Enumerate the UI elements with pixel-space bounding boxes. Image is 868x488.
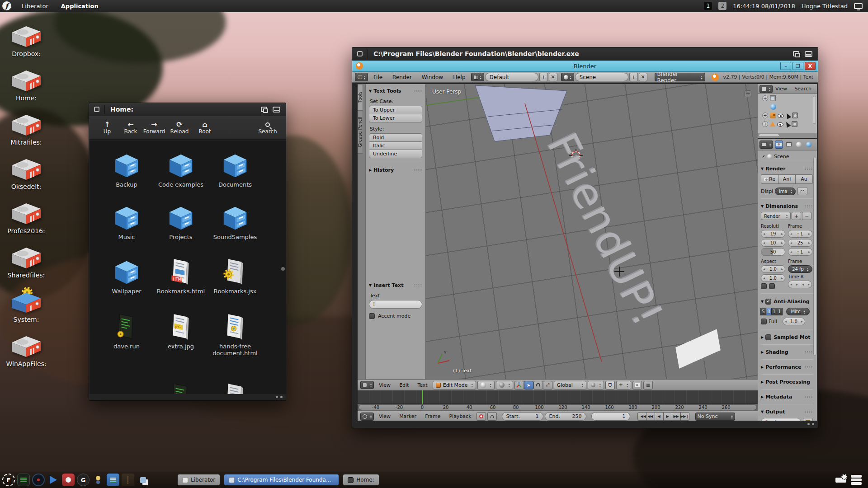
to-upper-button[interactable]: To Upper — [369, 106, 422, 114]
radar-icon[interactable] — [32, 474, 45, 486]
prev-keyframe-button[interactable]: ◀◀ — [646, 412, 655, 421]
menu-view[interactable]: View — [375, 413, 394, 419]
add-preset-button[interactable]: + — [792, 212, 801, 220]
search-button[interactable]: Search — [256, 121, 279, 135]
editor-type-dropdown[interactable]: ▴▾ — [760, 141, 773, 149]
disk-status-icon[interactable] — [835, 478, 846, 483]
snap-magnet-button[interactable]: Ʊ — [605, 381, 615, 389]
panel-grip-icon[interactable]: :::: — [414, 283, 422, 287]
desktop-icon-sharedfiles[interactable]: Sharedfiles: — [0, 244, 52, 279]
end-frame-field[interactable]: End:250 — [545, 412, 586, 421]
menu-search[interactable]: Search — [794, 86, 811, 92]
render-animation-button[interactable]: ▦ — [643, 381, 653, 389]
outliner-row-lamp[interactable]: + — [758, 120, 817, 128]
resize-grip[interactable] — [276, 396, 283, 398]
file-item-code-examples[interactable]: Code examples — [154, 150, 208, 188]
display-dropdown[interactable]: Ima▴▾ — [775, 188, 796, 195]
resolution-x-field[interactable]: ◂19▸ — [761, 230, 785, 238]
menu-frame[interactable]: Frame — [421, 413, 444, 419]
file-item-bookmarks-html[interactable]: Bookmarks.html — [154, 257, 208, 295]
file-item-dave-run[interactable]: dave.run — [99, 312, 154, 350]
italic-button[interactable]: Italic — [369, 141, 422, 150]
render-opengl-button[interactable] — [632, 381, 642, 389]
frame-start-field[interactable]: ◂: 1▸ — [788, 230, 812, 238]
aspect-y-field[interactable]: ◂1.0▸ — [761, 274, 785, 282]
menu-liberator[interactable]: Liberator — [15, 0, 55, 12]
file-item-hands-free[interactable]: hands-free document.html — [208, 312, 262, 357]
orientation-dropdown[interactable]: Global▴▾ — [554, 381, 586, 389]
blender-window-titlebar[interactable]: C:\Program Files\Blender Foundation\Blen… — [352, 47, 818, 61]
file-item-partial[interactable] — [208, 381, 262, 395]
panel-sampled-motion-blur[interactable]: ▶ Sampled Mot — [761, 333, 813, 341]
drives-list-icon[interactable] — [851, 475, 862, 485]
screen-layout-icon-dropdown[interactable]: ▴▾ — [471, 73, 484, 81]
add-scene-button[interactable]: + — [629, 73, 638, 81]
filter-size-field[interactable]: ◂1.0▸ — [783, 318, 805, 325]
underline-button[interactable]: Underline — [369, 150, 422, 158]
panel-anti-aliasing[interactable]: ▼ Anti-Aliasing — [761, 297, 813, 305]
restore-button[interactable]: ❐ — [793, 62, 803, 70]
desktop-icon-system[interactable]: System: — [0, 286, 52, 323]
menu-marker[interactable]: Marker — [396, 413, 420, 419]
up-button[interactable]: ↑ Up — [95, 121, 119, 135]
scrollbar-handle[interactable] — [813, 96, 816, 124]
detach-window-icon[interactable] — [793, 51, 799, 56]
panel-post-processing[interactable]: ▶Post Processing — [761, 378, 813, 386]
menu-playback[interactable]: Playback — [445, 413, 475, 419]
add-layout-button[interactable]: + — [539, 73, 548, 81]
outliner-row-camera[interactable]: + — [758, 111, 817, 120]
desktop-icon-mitrafiles[interactable]: Mitrafiles: — [0, 111, 52, 146]
tab-render[interactable] — [775, 141, 783, 149]
visibility-eye-icon[interactable] — [777, 122, 783, 127]
friend-logo-icon[interactable]: F — [2, 474, 15, 486]
close-button[interactable]: X — [805, 62, 816, 70]
aa-filter-dropdown[interactable]: Mitc▴▾ — [786, 308, 810, 315]
translate-manipulator-button[interactable]: ➤ — [524, 381, 533, 389]
g-app-icon[interactable]: G — [77, 474, 90, 486]
full-sample-checkbox[interactable] — [761, 319, 767, 324]
file-item-soundsamples[interactable]: SoundSamples — [208, 202, 262, 240]
snap-element-dropdown[interactable]: ✛▴▾ — [616, 381, 632, 389]
menu-render[interactable]: Render — [388, 74, 416, 80]
viewport-shading-dropdown[interactable]: ▴▾ — [477, 381, 495, 389]
bold-button[interactable]: Bold — [369, 133, 422, 142]
panel-grip-icon[interactable]: :::: — [414, 168, 422, 172]
fps-dropdown[interactable]: 24 fp▴▾ — [788, 265, 812, 273]
start-frame-field[interactable]: Start:1 — [502, 412, 543, 421]
maximize-icon[interactable] — [805, 51, 812, 57]
display-icon[interactable] — [854, 3, 863, 9]
share-app-icon[interactable] — [137, 474, 149, 486]
resolution-y-field[interactable]: ◂10▸ — [761, 239, 785, 247]
editor-type-dropdown[interactable]: ▴▾ — [360, 381, 374, 389]
file-item-wallpaper[interactable]: Wallpaper — [99, 257, 154, 295]
taskbar-button-blender[interactable]: C:\Program Files\Blender Founda... — [224, 474, 339, 486]
lock-icon[interactable] — [797, 187, 807, 195]
pin-icon[interactable]: 📌︎ — [761, 154, 765, 159]
resize-grip[interactable] — [807, 423, 814, 425]
render-still-button[interactable]: Re — [761, 174, 778, 184]
media-app-icon[interactable] — [62, 474, 75, 486]
timeline-ruler[interactable] — [358, 390, 758, 404]
root-button[interactable]: ⌂ Root — [193, 121, 217, 135]
panel-grip-icon[interactable]: :::: — [805, 365, 813, 369]
menu-file[interactable]: File — [369, 74, 387, 80]
workspace-2-badge[interactable]: 2 — [718, 2, 726, 10]
panel-grip-icon[interactable]: :::: — [414, 89, 422, 93]
selectability-cursor-icon[interactable] — [785, 112, 791, 119]
panel-grip-icon[interactable]: :::: — [805, 204, 813, 208]
border-checkbox[interactable] — [761, 283, 767, 289]
file-manager-titlebar[interactable]: Home: — [89, 103, 286, 116]
panel-text-tools[interactable]: ▼ Text Tools :::: — [369, 87, 422, 95]
editor-type-dropdown[interactable]: ▴▾ — [360, 413, 374, 421]
scrollbar-handle[interactable] — [281, 267, 285, 271]
user-app-icon[interactable] — [92, 474, 104, 486]
menu-application[interactable]: Application — [55, 0, 105, 12]
scrollbar-handle[interactable] — [813, 157, 816, 356]
menu-text[interactable]: Text — [414, 382, 431, 388]
back-button[interactable]: ← Back — [119, 121, 142, 135]
render-engine-dropdown[interactable]: Blender Render▴▾ — [655, 73, 705, 81]
file-item-partial[interactable] — [154, 381, 208, 395]
reload-button[interactable]: ⟳ Reload — [166, 121, 193, 135]
proportional-edit-dropdown[interactable]: ▴▾ — [588, 381, 604, 389]
aa-samples-16[interactable]: 1 — [777, 308, 783, 315]
